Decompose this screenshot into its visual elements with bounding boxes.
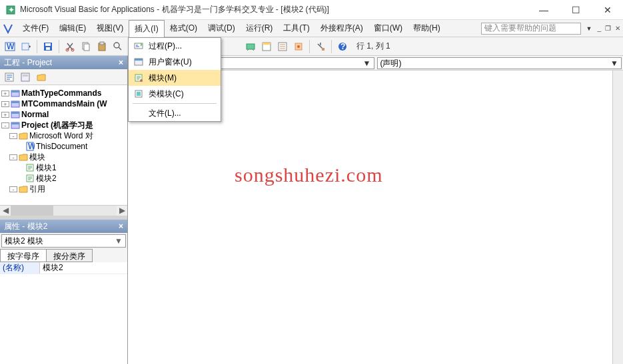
- procedure-dropdown[interactable]: (声明) ▼: [377, 57, 622, 69]
- menu-file[interactable]: 文件(F): [17, 20, 54, 37]
- maximize-button[interactable]: ☐: [566, 5, 586, 15]
- property-value[interactable]: 模块2: [40, 262, 127, 273]
- menu-item-label: 模块(M): [149, 73, 177, 84]
- svg-rect-17: [263, 43, 271, 45]
- cut-button[interactable]: [63, 39, 77, 54]
- menu-window[interactable]: 窗口(W): [368, 20, 408, 37]
- find-button[interactable]: [111, 39, 125, 54]
- menu-run[interactable]: 运行(R): [241, 20, 279, 37]
- tree-node[interactable]: -Microsoft Word 对: [1, 130, 126, 141]
- tree-label: MTCommandsMain (W: [21, 99, 107, 108]
- scroll-track[interactable]: [11, 206, 117, 216]
- object-browser-button[interactable]: [291, 39, 306, 54]
- menu-format[interactable]: 格式(O): [165, 20, 203, 37]
- tree-node[interactable]: 模块2: [1, 173, 126, 184]
- menubar: 文件(F) 编辑(E) 视图(V) 插入(I) 格式(O) 调试(D) 运行(R…: [0, 20, 623, 37]
- menu-view[interactable]: 视图(V): [91, 20, 129, 37]
- procedure-dropdown-label: (声明): [380, 58, 402, 69]
- properties-object-selector[interactable]: 模块2 模块 ▼: [1, 234, 126, 248]
- close-button[interactable]: ✕: [598, 5, 618, 15]
- menu-addins[interactable]: 外接程序(A): [315, 20, 368, 37]
- save-button[interactable]: [41, 39, 55, 54]
- dropdown-arrow-icon[interactable]: ▼: [363, 59, 371, 68]
- menu-item-userform[interactable]: 用户窗体(U): [129, 54, 221, 70]
- vertical-scrollbar[interactable]: [612, 71, 623, 364]
- svg-rect-21: [322, 48, 324, 51]
- expand-toggle[interactable]: -: [1, 122, 9, 128]
- tree-node[interactable]: +MathTypeCommands: [1, 88, 126, 98]
- svg-rect-6: [45, 43, 51, 46]
- module-icon: [133, 72, 145, 84]
- procedure-icon: [133, 40, 145, 52]
- help-button[interactable]: ?: [335, 39, 350, 54]
- project-panel-title: 工程 - Project: [4, 57, 52, 69]
- dropdown-arrow-icon[interactable]: ▼: [610, 59, 618, 68]
- scroll-left-arrow[interactable]: ◀: [0, 206, 11, 216]
- expand-toggle[interactable]: -: [9, 154, 17, 160]
- tab-alphabetic[interactable]: 按字母序: [0, 249, 47, 262]
- svg-point-14: [114, 43, 119, 48]
- project-panel-header: 工程 - Project ×: [0, 56, 127, 69]
- tree-node[interactable]: +Normal: [1, 109, 126, 120]
- expand-toggle[interactable]: -: [9, 186, 17, 192]
- proj-icon: [11, 120, 20, 130]
- menu-help[interactable]: 帮助(H): [408, 20, 446, 37]
- tree-label: 模块2: [36, 173, 57, 184]
- toggle-folders-button[interactable]: [35, 71, 48, 84]
- project-panel-close[interactable]: ×: [119, 58, 123, 67]
- svg-rect-13: [100, 42, 104, 45]
- view-code-button[interactable]: [3, 71, 16, 84]
- menu-insert[interactable]: 插入(I): [129, 20, 164, 37]
- view-word-button[interactable]: W: [3, 39, 17, 54]
- tree-node[interactable]: -引用: [1, 184, 126, 194]
- mdi-controls: _ ❐ ✕: [597, 25, 620, 32]
- dropdown-arrow-icon[interactable]: ▼: [115, 236, 123, 246]
- scroll-thumb[interactable]: [11, 206, 53, 216]
- tree-node[interactable]: 模块1: [1, 162, 126, 173]
- toolbox-button[interactable]: [313, 39, 328, 54]
- menu-item-classmodule[interactable]: 类模块(C): [129, 86, 221, 102]
- paste-button[interactable]: [95, 39, 109, 54]
- properties-panel-close[interactable]: ×: [119, 222, 123, 231]
- userform-icon: [133, 56, 145, 68]
- tree-node[interactable]: +MTCommandsMain (W: [1, 98, 126, 109]
- copy-button[interactable]: [79, 39, 93, 54]
- tree-node[interactable]: WThisDocument: [1, 141, 126, 152]
- tree-node[interactable]: -模块: [1, 152, 126, 162]
- tab-categorized[interactable]: 按分类序: [46, 249, 93, 262]
- expand-toggle[interactable]: +: [1, 91, 9, 96]
- help-search-box[interactable]: 键入需要帮助的问题: [481, 23, 581, 35]
- mod-icon: [25, 174, 35, 183]
- toolbar-sep: [37, 40, 37, 53]
- help-dropdown-arrow[interactable]: ▼: [586, 25, 592, 32]
- toolbar: W ? 行 1, 列 1: [0, 37, 623, 56]
- properties-grid[interactable]: (名称) 模块2: [0, 262, 127, 364]
- menu-edit[interactable]: 编辑(E): [54, 20, 91, 37]
- menu-item-label: 用户窗体(U): [149, 57, 192, 68]
- insert-dropdown-menu: 过程(P)... 用户窗体(U) 模块(M) 类模块(C) 文件(L)...: [128, 37, 221, 122]
- project-h-scrollbar[interactable]: ◀ ▶: [0, 205, 127, 216]
- mdi-restore[interactable]: ❐: [605, 25, 611, 32]
- property-row[interactable]: (名称) 模块2: [0, 262, 127, 274]
- scroll-right-arrow[interactable]: ▶: [117, 206, 127, 216]
- expand-toggle[interactable]: +: [1, 101, 9, 107]
- expand-toggle[interactable]: +: [1, 112, 9, 118]
- menu-item-procedure[interactable]: 过程(P)...: [129, 38, 221, 54]
- proj-icon: [11, 89, 20, 98]
- project-tree[interactable]: +MathTypeCommands+MTCommandsMain (W+Norm…: [0, 85, 127, 205]
- design-mode-button[interactable]: [243, 39, 258, 54]
- view-object-button[interactable]: [19, 71, 32, 84]
- tree-node[interactable]: -Project (机器学习是: [1, 120, 126, 130]
- project-explorer-button[interactable]: [259, 39, 274, 54]
- minimize-button[interactable]: —: [534, 5, 554, 15]
- expand-toggle[interactable]: -: [9, 133, 17, 139]
- menu-debug[interactable]: 调试(D): [203, 20, 241, 37]
- properties-button[interactable]: [275, 39, 290, 54]
- menu-tools[interactable]: 工具(T): [278, 20, 314, 37]
- menu-item-module[interactable]: 模块(M): [129, 70, 221, 86]
- mdi-minimize[interactable]: _: [597, 25, 601, 32]
- insert-dropdown-button[interactable]: [19, 39, 33, 54]
- tree-label: 模块: [29, 152, 45, 163]
- mdi-close[interactable]: ✕: [615, 25, 620, 32]
- menu-item-file[interactable]: 文件(L)...: [129, 105, 221, 121]
